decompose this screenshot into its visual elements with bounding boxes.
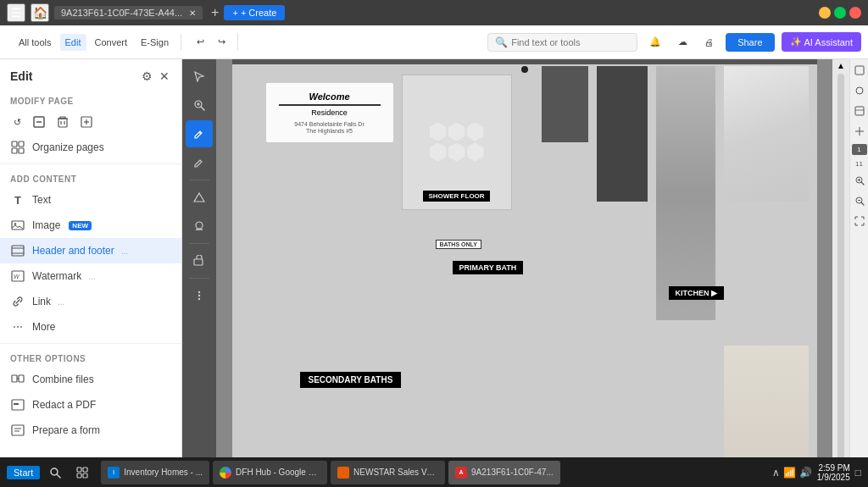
sidebar-item-more[interactable]: ⋯ More — [0, 314, 181, 340]
zoom-out-button[interactable] — [852, 193, 867, 208]
sidebar-header-icons: ⚙ ✕ — [140, 68, 171, 85]
toolbar-history-section: ↩ ↪ — [185, 33, 238, 51]
taskbar-app-chrome[interactable]: DFH Hub - Google S... — [213, 461, 327, 484]
sidebar-settings-button[interactable]: ⚙ — [140, 68, 154, 85]
link-icon — [10, 294, 25, 309]
home-button[interactable]: 🏠 — [31, 3, 49, 22]
sidebar: Edit ⚙ ✕ MODIFY PAGE ↺ — [0, 59, 182, 487]
toolbar: All tools Edit Convert E-Sign ↩ ↪ 🔍 🔔 ☁ … — [0, 25, 868, 59]
share-button[interactable]: Share — [726, 33, 774, 52]
text-icon: T — [10, 192, 25, 208]
welcome-addr2: The Highlands #5 — [279, 128, 381, 134]
prepare-form-icon — [10, 423, 25, 438]
ai-assistant-button[interactable]: ✨ AI Assistant — [782, 32, 861, 52]
all-tools-button[interactable]: All tools — [14, 34, 57, 51]
notification-center-icon[interactable]: □ — [855, 467, 861, 479]
right-panel-btn-1[interactable] — [852, 63, 867, 78]
rotate-button[interactable]: ↺ — [10, 113, 25, 131]
sidebar-item-combine[interactable]: Combine files — [0, 367, 181, 392]
esign-button[interactable]: E-Sign — [136, 34, 174, 51]
header-footer-label: Header and footer — [32, 245, 114, 257]
right-panel-btn-4[interactable] — [852, 124, 867, 139]
organize-pages-label: Organize pages — [32, 141, 104, 153]
systray-network-icon[interactable]: 📶 — [783, 467, 796, 479]
sidebar-item-header-footer[interactable]: Header and footer ... — [0, 238, 181, 263]
taskbar-app-chrome-label: DFH Hub - Google S... — [236, 468, 320, 477]
link-dots: ... — [58, 297, 64, 307]
maximize-button[interactable] — [834, 7, 846, 19]
taskbar-search-icon[interactable] — [43, 461, 67, 484]
taskbar-datetime[interactable]: 2:59 PM 1/9/2025 — [817, 463, 850, 482]
sidebar-item-image[interactable]: Image NEW — [0, 213, 181, 238]
zoom-in-button[interactable] — [852, 173, 867, 188]
taskbar-right: ∧ 📶 🔊 2:59 PM 1/9/2025 □ — [772, 463, 861, 482]
edit-button[interactable]: Edit — [60, 34, 86, 51]
start-button[interactable]: Start — [7, 466, 40, 479]
scroll-up-button[interactable]: ▲ — [835, 59, 847, 72]
svg-point-41 — [856, 87, 863, 94]
pdf-viewport[interactable]: Welcome Residence 9474 Beholetainte Fall… — [216, 59, 832, 487]
taskbar-app-pdf[interactable]: A 9A213F61-1C0F-47... — [448, 461, 560, 484]
sidebar-item-text[interactable]: T Text — [0, 187, 181, 213]
svg-line-51 — [861, 202, 864, 205]
search-input[interactable] — [511, 37, 630, 47]
sidebar-item-organize-pages[interactable]: Organize pages — [0, 135, 181, 160]
notification-button[interactable]: 🔔 — [644, 33, 666, 51]
top-dot — [521, 66, 528, 73]
active-tab[interactable]: 9A213F61-1C0F-473E-A44... ✕ — [54, 6, 203, 19]
taskbar-app-newstar[interactable]: NEWSTAR Sales Ver... — [331, 461, 445, 484]
svg-rect-58 — [83, 473, 87, 478]
taskbar-task-view-icon[interactable] — [70, 461, 94, 484]
window-controls — [819, 7, 861, 19]
link-label: Link — [32, 296, 51, 307]
svg-rect-56 — [83, 468, 87, 472]
tool-separator-2 — [189, 243, 209, 244]
stone-panel — [656, 66, 715, 320]
tab-close-button[interactable]: ✕ — [189, 8, 196, 18]
hamburger-menu-button[interactable]: ☰ — [7, 3, 25, 22]
shape-tool-button[interactable] — [186, 184, 213, 211]
header-footer-dots: ... — [121, 246, 128, 256]
close-button[interactable] — [849, 7, 861, 19]
taskbar-app-inventory-label: Inventory Homes - ... — [124, 468, 203, 477]
edit-text-tool-button[interactable] — [186, 120, 213, 147]
taskbar-app-inventory[interactable]: I Inventory Homes - ... — [101, 461, 209, 484]
create-button[interactable]: + + Create — [224, 5, 285, 20]
cloud-button[interactable]: ☁ — [673, 33, 693, 51]
right-panel-btn-2[interactable] — [852, 83, 867, 98]
select-tool-button[interactable] — [186, 63, 213, 90]
prepare-form-label: Prepare a form — [32, 424, 100, 436]
organize-pages-icon — [10, 140, 25, 155]
redo-button[interactable]: ↪ — [213, 33, 231, 51]
sidebar-item-prepare-form[interactable]: Prepare a form — [0, 418, 181, 443]
scrollbar[interactable]: ▲ ▼ — [832, 59, 849, 487]
create-icon: + — [232, 8, 237, 18]
sidebar-item-redact[interactable]: Redact a PDF — [0, 392, 181, 418]
delete-button[interactable] — [53, 113, 72, 131]
right-panel-btn-3[interactable] — [852, 103, 867, 119]
stamp-tool-button[interactable] — [186, 213, 213, 240]
systray-up-icon[interactable]: ∧ — [772, 467, 780, 479]
fill-sign-button[interactable] — [186, 247, 213, 274]
baths-only-area: BATHS ONLY — [436, 240, 481, 249]
systray-volume-icon[interactable]: 🔊 — [799, 467, 812, 479]
replace-button[interactable] — [77, 113, 96, 131]
zoom-tool-button[interactable] — [186, 91, 213, 119]
shower-floor-area: SHOWER FLOOR — [402, 189, 512, 202]
print-button[interactable]: 🖨 — [699, 34, 719, 51]
sidebar-close-button[interactable]: ✕ — [158, 68, 171, 85]
new-tab-button[interactable]: + — [211, 5, 219, 20]
minimize-button[interactable] — [819, 7, 831, 19]
more-tools-button[interactable] — [186, 282, 213, 309]
annotation-tool-button[interactable] — [186, 149, 213, 176]
svg-rect-40 — [855, 66, 864, 75]
search-area[interactable]: 🔍 — [487, 33, 637, 52]
sidebar-item-watermark[interactable]: W Watermark ... — [0, 263, 181, 289]
secondary-baths-label: SECONDARY BATHS — [300, 372, 402, 388]
sidebar-item-link[interactable]: Link ... — [0, 289, 181, 314]
fit-page-button[interactable] — [852, 213, 867, 229]
extract-button[interactable] — [30, 113, 48, 131]
convert-button[interactable]: Convert — [90, 34, 133, 51]
undo-button[interactable]: ↩ — [192, 33, 209, 51]
svg-point-38 — [198, 295, 200, 296]
